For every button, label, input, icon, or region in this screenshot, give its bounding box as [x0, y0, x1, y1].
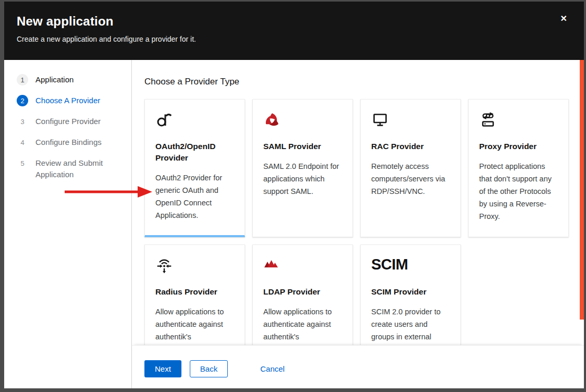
ldap-mountains-icon: [263, 257, 342, 276]
provider-card-rac[interactable]: RAC Provider Remotely access computers/s…: [360, 99, 461, 237]
scim-wordmark-text: SCIM: [371, 257, 408, 272]
monitor-icon: [371, 112, 450, 130]
provider-card-grid: OAuth2/OpenID Provider OAuth2 Provider f…: [144, 99, 569, 345]
new-application-wizard-modal: New application Create a new application…: [4, 2, 584, 388]
wizard-step-application[interactable]: 1 Application: [17, 74, 124, 85]
saml-icon: [263, 112, 342, 130]
proxy-icon: [479, 112, 558, 130]
wizard-step-configure-provider[interactable]: 3 Configure Provider: [17, 116, 124, 127]
provider-card-ldap[interactable]: LDAP Provider Allow applications to auth…: [252, 244, 353, 345]
step-label: Configure Provider: [35, 116, 101, 127]
wizard-main-panel: Choose a Provider Type OAuth2/OpenID Pro…: [132, 60, 584, 388]
wizard-step-configure-bindings[interactable]: 4 Configure Bindings: [17, 137, 124, 148]
next-button[interactable]: Next: [144, 360, 181, 377]
scrollbar-thumb[interactable]: [580, 60, 584, 320]
step-number: 2: [17, 95, 28, 106]
wizard-steps-sidebar: 1 Application 2 Choose A Provider 3 Conf…: [4, 60, 132, 388]
modal-header: New application Create a new application…: [4, 2, 584, 60]
step-number: 1: [17, 74, 28, 85]
wizard-step-choose-a-provider[interactable]: 2 Choose A Provider: [17, 95, 124, 106]
provider-card-title: SCIM Provider: [371, 286, 450, 298]
step-label: Review and Submit Application: [35, 157, 124, 180]
close-icon[interactable]: ✕: [560, 15, 567, 23]
provider-card-scim[interactable]: SCIM SCIM Provider SCIM 2.0 provider to …: [360, 244, 461, 345]
step-number: 4: [17, 137, 28, 148]
scim-wordmark-icon: SCIM: [371, 257, 450, 276]
provider-card-title: LDAP Provider: [263, 286, 342, 298]
radius-signal-icon: [155, 257, 234, 276]
back-button[interactable]: Back: [190, 360, 228, 377]
provider-card-saml[interactable]: SAML Provider SAML 2.0 Endpoint for appl…: [252, 99, 353, 237]
step-number: 5: [17, 157, 28, 169]
cancel-button[interactable]: Cancel: [260, 360, 285, 377]
provider-card-description: Protect applications that don't support …: [479, 160, 558, 223]
provider-card-oauth2-openid[interactable]: OAuth2/OpenID Provider OAuth2 Provider f…: [144, 99, 245, 237]
provider-card-title: RAC Provider: [371, 141, 450, 152]
provider-card-title: Radius Provider: [155, 286, 234, 298]
provider-card-description: OAuth2 Provider for generic OAuth and Op…: [155, 172, 234, 222]
provider-card-radius[interactable]: Radius Provider Allow applications to au…: [144, 244, 245, 345]
modal-title: New application: [17, 14, 571, 29]
provider-card-proxy[interactable]: Proxy Provider Protect applications that…: [468, 99, 569, 237]
step-label: Configure Bindings: [35, 137, 102, 148]
provider-card-description: SCIM 2.0 provider to create users and gr…: [371, 305, 450, 343]
provider-card-description: Remotely access computers/servers via RD…: [371, 160, 450, 198]
step-number: 3: [17, 116, 28, 127]
modal-subtitle: Create a new application and configure a…: [17, 35, 571, 43]
provider-card-title: OAuth2/OpenID Provider: [155, 141, 234, 164]
panel-heading: Choose a Provider Type: [144, 77, 584, 87]
step-label: Application: [35, 74, 74, 85]
provider-card-description: Allow applications to authenticate again…: [155, 305, 234, 343]
wizard-step-review-and-submit[interactable]: 5 Review and Submit Application: [17, 157, 124, 180]
provider-type-panel: Choose a Provider Type OAuth2/OpenID Pro…: [132, 60, 584, 345]
wizard-footer: Next Back Cancel: [132, 345, 584, 388]
provider-card-description: Allow applications to authenticate again…: [263, 305, 342, 343]
step-label: Choose A Provider: [35, 95, 100, 106]
openid-icon: [155, 112, 234, 130]
provider-card-title: SAML Provider: [263, 141, 342, 152]
provider-card-description: SAML 2.0 Endpoint for applications which…: [263, 160, 342, 198]
provider-card-title: Proxy Provider: [479, 141, 558, 152]
modal-body: 1 Application 2 Choose A Provider 3 Conf…: [4, 60, 584, 388]
